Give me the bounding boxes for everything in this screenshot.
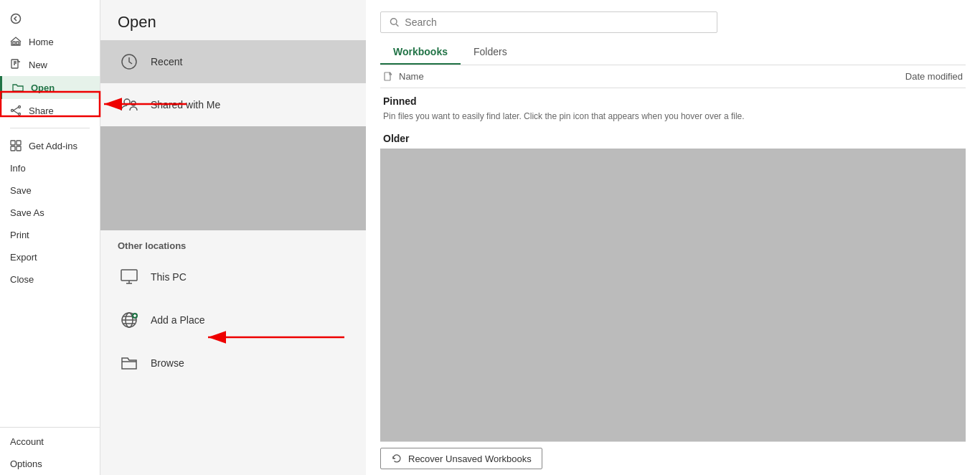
sidebar-item-info[interactable]: Info [0, 157, 100, 179]
sidebar-item-open[interactable]: Open [0, 76, 100, 99]
sidebar-item-account[interactable]: Account [0, 431, 100, 453]
sidebar-home-label: Home [29, 37, 54, 47]
sidebar-item-new[interactable]: New [0, 53, 100, 76]
sidebar-item-save-as[interactable]: Save As [0, 202, 100, 224]
svg-rect-2 [17, 42, 19, 44]
open-icon [12, 82, 24, 93]
col-name-label: Name [399, 71, 424, 82]
recover-bar: Recover Unsaved Workbooks [380, 441, 966, 475]
panel-title: Open [100, 0, 366, 40]
search-icon [390, 17, 399, 27]
tab-bar: Workbooks Folders [380, 40, 966, 65]
svg-point-0 [11, 14, 21, 24]
shared-icon [118, 93, 141, 116]
svg-point-28 [390, 19, 397, 25]
location-this-pc-label: This PC [151, 271, 187, 283]
svg-point-14 [124, 99, 130, 105]
browse-icon [118, 352, 141, 375]
file-list-placeholder [380, 149, 966, 441]
svg-rect-11 [11, 146, 15, 151]
svg-point-5 [19, 113, 21, 116]
home-icon [10, 36, 22, 47]
svg-point-15 [131, 101, 136, 105]
search-input[interactable] [405, 17, 708, 28]
sidebar-item-print[interactable]: Print [0, 224, 100, 246]
svg-rect-3 [11, 60, 18, 68]
sidebar-save-as-label: Save As [10, 207, 44, 218]
svg-rect-12 [17, 146, 21, 151]
sidebar-back-button[interactable] [0, 7, 100, 30]
sidebar-item-share[interactable]: Share [0, 99, 100, 122]
col-date-header: Date modified [848, 71, 963, 82]
globe-icon [118, 309, 141, 331]
tab-folders[interactable]: Folders [461, 40, 520, 65]
location-recent[interactable]: Recent [100, 40, 366, 83]
open-locations-panel: Open Recent Shared with Me Other locatio… [100, 0, 366, 475]
sidebar-share-label: Share [29, 105, 54, 116]
back-icon [10, 13, 22, 24]
sidebar-bottom: Account Options [0, 427, 100, 475]
recent-icon [118, 50, 141, 73]
location-this-pc[interactable]: This PC [100, 255, 366, 298]
pinned-heading: Pinned [380, 88, 966, 110]
location-browse[interactable]: Browse [100, 342, 366, 385]
pinned-description: Pin files you want to easily find later.… [380, 110, 966, 127]
sidebar-new-label: New [29, 60, 47, 70]
recover-icon [391, 453, 402, 464]
add-ins-icon [10, 140, 22, 151]
other-locations-label: Other locations [100, 230, 366, 255]
file-list-header: Name Date modified [380, 65, 966, 88]
sidebar-open-label: Open [31, 83, 55, 93]
location-add-a-place[interactable]: Add a Place [100, 298, 366, 342]
svg-point-6 [11, 110, 14, 112]
right-file-panel: Workbooks Folders Name Date modified Pin… [366, 0, 980, 475]
file-list-area: Name Date modified Pinned Pin files you … [380, 65, 966, 441]
svg-line-8 [14, 110, 19, 114]
tab-workbooks[interactable]: Workbooks [380, 40, 461, 65]
sidebar-item-save[interactable]: Save [0, 179, 100, 202]
sidebar-item-get-add-ins[interactable]: Get Add-ins [0, 134, 100, 157]
sidebar-item-close[interactable]: Close [0, 268, 100, 291]
sidebar: Home New Open Share Get Ad [0, 0, 100, 475]
search-bar[interactable] [380, 11, 717, 33]
sidebar-info-label: Info [10, 163, 26, 174]
sidebar-item-options[interactable]: Options [0, 453, 100, 475]
sidebar-print-label: Print [10, 230, 29, 240]
location-shared-label: Shared with Me [151, 99, 220, 110]
new-icon [10, 59, 22, 70]
older-heading: Older [380, 127, 966, 149]
svg-line-29 [396, 24, 398, 26]
sidebar-account-label: Account [10, 436, 44, 447]
location-recent-label: Recent [151, 56, 182, 67]
col-name-header: Name [383, 71, 848, 82]
svg-line-7 [14, 108, 19, 111]
sidebar-save-label: Save [10, 185, 32, 196]
recover-unsaved-button[interactable]: Recover Unsaved Workbooks [380, 448, 542, 469]
svg-rect-10 [17, 141, 21, 145]
sidebar-item-export[interactable]: Export [0, 246, 100, 268]
sidebar-item-home[interactable]: Home [0, 30, 100, 53]
file-icon [383, 72, 393, 82]
svg-rect-9 [11, 141, 15, 145]
location-shared-with-me[interactable]: Shared with Me [100, 83, 366, 126]
location-add-a-place-label: Add a Place [151, 314, 205, 326]
svg-point-4 [19, 106, 21, 108]
cloud-locations-block [100, 126, 366, 230]
pc-icon [118, 265, 141, 288]
svg-rect-16 [121, 270, 137, 281]
svg-rect-1 [13, 42, 15, 44]
sidebar-close-label: Close [10, 274, 34, 285]
sidebar-divider-1 [10, 128, 90, 128]
sidebar-options-label: Options [10, 458, 42, 469]
sidebar-export-label: Export [10, 252, 37, 263]
recover-button-label: Recover Unsaved Workbooks [408, 453, 532, 464]
location-browse-label: Browse [151, 357, 184, 369]
sidebar-add-ins-label: Get Add-ins [29, 141, 77, 151]
share-icon [10, 105, 22, 116]
